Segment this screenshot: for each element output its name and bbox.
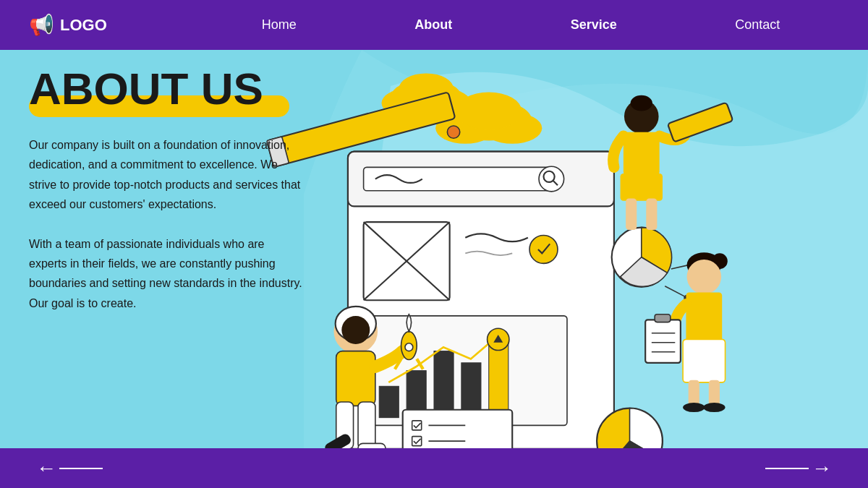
svg-point-11 bbox=[539, 166, 564, 192]
page-title: ABOUT US bbox=[29, 64, 333, 114]
navbar: 📢 LOGO Home About Service Contact bbox=[0, 0, 868, 50]
nav-links: Home About Service Contact bbox=[203, 12, 839, 38]
svg-rect-45 bbox=[668, 103, 733, 142]
svg-point-58 bbox=[687, 260, 722, 294]
svg-rect-43 bbox=[626, 199, 637, 230]
svg-rect-49 bbox=[336, 351, 375, 406]
svg-point-40 bbox=[631, 95, 652, 111]
svg-rect-42 bbox=[621, 174, 663, 201]
left-text-area: ABOUT US Our company is built on a found… bbox=[29, 64, 333, 333]
next-arrow-icon: → bbox=[812, 457, 832, 480]
svg-point-55 bbox=[405, 343, 413, 351]
person-top-right bbox=[613, 95, 733, 230]
svg-rect-65 bbox=[645, 320, 681, 363]
nav-contact[interactable]: Contact bbox=[720, 12, 794, 38]
nav-about[interactable]: About bbox=[400, 12, 467, 38]
svg-point-7 bbox=[456, 92, 522, 129]
svg-point-20 bbox=[529, 235, 558, 263]
main-content: ABOUT US Our company is built on a found… bbox=[0, 50, 868, 488]
svg-line-35 bbox=[671, 265, 689, 269]
logo-text: LOGO bbox=[60, 16, 107, 35]
svg-point-64 bbox=[703, 403, 725, 412]
svg-rect-59 bbox=[686, 292, 722, 343]
svg-rect-66 bbox=[655, 314, 671, 322]
pie-chart-top bbox=[612, 228, 694, 301]
svg-rect-26 bbox=[489, 339, 509, 417]
svg-rect-44 bbox=[646, 199, 657, 230]
svg-rect-22 bbox=[379, 386, 399, 417]
svg-point-16 bbox=[447, 126, 459, 138]
prev-arrow-line bbox=[59, 468, 103, 469]
svg-line-37 bbox=[665, 286, 684, 296]
svg-rect-51 bbox=[358, 402, 375, 449]
svg-rect-60 bbox=[683, 339, 725, 382]
next-arrow-button[interactable]: → bbox=[765, 457, 832, 480]
svg-rect-24 bbox=[434, 351, 454, 418]
footer: ← → bbox=[0, 448, 868, 488]
svg-rect-41 bbox=[624, 132, 660, 176]
nav-home[interactable]: Home bbox=[247, 12, 311, 38]
next-arrow-line bbox=[765, 468, 809, 469]
paragraph-2: With a team of passionate individuals wh… bbox=[29, 234, 304, 313]
logo-icon: 📢 bbox=[29, 13, 54, 37]
nav-service[interactable]: Service bbox=[556, 12, 631, 38]
svg-point-63 bbox=[683, 403, 705, 412]
paragraph-1: Our company is built on a foundation of … bbox=[29, 135, 304, 214]
prev-arrow-icon: ← bbox=[36, 457, 56, 480]
svg-point-48 bbox=[341, 316, 370, 344]
logo: 📢 LOGO bbox=[29, 13, 203, 37]
svg-rect-10 bbox=[364, 167, 552, 190]
prev-arrow-button[interactable]: ← bbox=[36, 457, 103, 480]
title-container: ABOUT US bbox=[29, 64, 333, 114]
